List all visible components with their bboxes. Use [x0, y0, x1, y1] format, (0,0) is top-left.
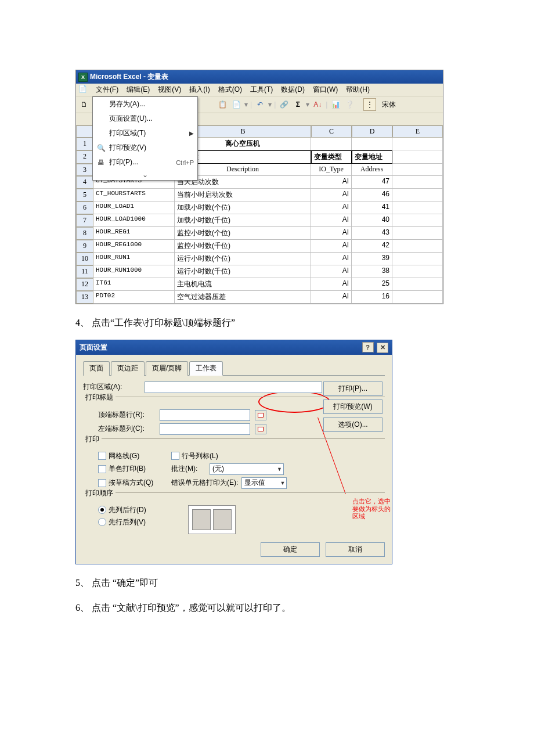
- cell-name[interactable]: HOUR_LOAD1000: [93, 214, 175, 227]
- row-header[interactable]: 2: [76, 150, 93, 164]
- cell-name[interactable]: HOUR_RUN1: [93, 253, 175, 265]
- cell-type[interactable]: AI: [311, 253, 352, 265]
- row-header[interactable]: 3: [76, 164, 93, 176]
- cell-name[interactable]: HOUR_REG1: [93, 227, 175, 240]
- cell-desc[interactable]: 主电机电流: [175, 278, 311, 291]
- subheader-addr[interactable]: Address: [352, 164, 392, 176]
- cell-addr[interactable]: 46: [352, 189, 392, 201]
- cell-empty[interactable]: [392, 201, 443, 214]
- cell-empty[interactable]: [392, 189, 443, 201]
- menu-data[interactable]: 数据(D): [281, 85, 305, 95]
- cell-type[interactable]: AI: [311, 201, 352, 214]
- cell-addr[interactable]: 40: [352, 214, 392, 227]
- copy-icon[interactable]: 📋: [217, 99, 228, 110]
- cell-addr[interactable]: 42: [352, 240, 392, 253]
- cell-desc[interactable]: 当前小时启动次数: [175, 189, 311, 201]
- rowcol-header-checkbox[interactable]: 行号列标(L): [171, 451, 241, 461]
- menu-view[interactable]: 视图(V): [158, 85, 181, 95]
- row-header[interactable]: 10: [76, 253, 93, 265]
- cell-desc[interactable]: 运行小时数(千位): [175, 265, 311, 278]
- menu-format[interactable]: 格式(O): [218, 85, 242, 95]
- tab-margins[interactable]: 页边距: [111, 361, 145, 376]
- cell-name[interactable]: PDT02: [93, 291, 175, 304]
- undo-icon[interactable]: ↶: [254, 99, 266, 110]
- col-header-d[interactable]: D: [352, 126, 392, 138]
- gridlines-checkbox[interactable]: 网格线(G): [98, 451, 168, 461]
- cell-addr[interactable]: 25: [352, 278, 392, 291]
- expand-menu-icon[interactable]: ⌄: [93, 170, 197, 180]
- cell-desc[interactable]: 监控小时数(个位): [175, 227, 311, 240]
- cell-name[interactable]: HOUR_LOAD1: [93, 201, 175, 214]
- draft-checkbox[interactable]: 按草稿方式(Q): [98, 478, 168, 488]
- tab-page[interactable]: 页面: [83, 361, 110, 376]
- cell-addr[interactable]: 16: [352, 291, 392, 304]
- cell-empty[interactable]: [392, 240, 443, 253]
- cell-desc[interactable]: 加载小时数(个位): [175, 201, 311, 214]
- help-button-icon[interactable]: ?: [362, 342, 374, 352]
- subheader-type[interactable]: IO_Type: [311, 164, 352, 176]
- cell-addr[interactable]: 43: [352, 227, 392, 240]
- cell-type[interactable]: AI: [311, 265, 352, 278]
- row-header[interactable]: 7: [76, 214, 93, 227]
- row-header[interactable]: 8: [76, 227, 93, 240]
- cell-name[interactable]: CT_HOURSTARTS: [93, 189, 175, 201]
- cell-empty[interactable]: [392, 214, 443, 227]
- autosum-icon[interactable]: Σ: [292, 99, 304, 110]
- row-header[interactable]: 11: [76, 265, 93, 278]
- print-area-input[interactable]: [145, 381, 322, 393]
- col-header-e[interactable]: E: [392, 126, 443, 138]
- options-button[interactable]: 选项(O)...: [323, 417, 383, 432]
- col-header-c[interactable]: C: [311, 126, 352, 138]
- cell-name[interactable]: HOUR_RUN1000: [93, 265, 175, 278]
- row-header[interactable]: 9: [76, 240, 93, 253]
- menu-edit[interactable]: 编辑(E): [127, 85, 150, 95]
- cell-type[interactable]: AI: [311, 278, 352, 291]
- tab-sheet[interactable]: 工作表: [189, 361, 223, 376]
- cell-type[interactable]: AI: [311, 214, 352, 227]
- toolbar-options-icon[interactable]: ⋮: [363, 98, 376, 111]
- menu-tools[interactable]: 工具(T): [250, 85, 273, 95]
- order-over-down-radio[interactable]: 先行后列(V): [98, 517, 146, 527]
- comments-select[interactable]: (无) ▼: [210, 463, 284, 475]
- cell-type[interactable]: AI: [311, 227, 352, 240]
- row-header[interactable]: 12: [76, 278, 93, 291]
- cell-desc[interactable]: 运行小时数(个位): [175, 253, 311, 265]
- tab-headerfooter[interactable]: 页眉/页脚: [146, 361, 188, 376]
- row-header[interactable]: 13: [76, 291, 93, 304]
- select-all-corner[interactable]: [76, 126, 93, 138]
- menu-help[interactable]: 帮助(H): [346, 85, 370, 95]
- cell-name[interactable]: IT61: [93, 278, 175, 291]
- cell-addr[interactable]: 41: [352, 201, 392, 214]
- font-name[interactable]: 宋体: [382, 100, 396, 110]
- menu-print[interactable]: 🖶 打印(P)... Ctrl+P: [93, 155, 197, 170]
- row-header[interactable]: 1: [76, 138, 93, 150]
- cell-desc[interactable]: 监控小时数(千位): [175, 240, 311, 253]
- menu-print-preview[interactable]: 🔍 打印预览(V): [93, 141, 197, 155]
- cell-addr[interactable]: 38: [352, 265, 392, 278]
- order-down-over-radio[interactable]: 先列后行(D): [98, 505, 146, 515]
- range-selector-icon[interactable]: [255, 410, 266, 420]
- cell-addr[interactable]: 39: [352, 253, 392, 265]
- paste-icon[interactable]: 📄: [230, 99, 242, 110]
- cell-empty[interactable]: [392, 291, 443, 304]
- cell-empty[interactable]: [392, 176, 443, 189]
- menu-page-setup[interactable]: 页面设置(U)...: [93, 111, 197, 126]
- cell-empty[interactable]: [392, 278, 443, 291]
- cell-desc[interactable]: 加载小时数(千位): [175, 214, 311, 227]
- menu-print-area[interactable]: 打印区域(T) ▶: [93, 126, 197, 141]
- errors-select[interactable]: 显示值 ▼: [241, 477, 287, 489]
- sort-asc-icon[interactable]: A↓: [312, 99, 323, 110]
- cancel-button[interactable]: 取消: [326, 542, 385, 557]
- row-header[interactable]: 5: [76, 189, 93, 201]
- cell-type[interactable]: AI: [311, 176, 352, 189]
- cell-type[interactable]: AI: [311, 189, 352, 201]
- left-col-input[interactable]: [160, 423, 250, 435]
- cell-empty[interactable]: [392, 265, 443, 278]
- cell-empty[interactable]: [392, 227, 443, 240]
- cell-type[interactable]: AI: [311, 240, 352, 253]
- range-selector-icon[interactable]: [255, 424, 266, 434]
- top-row-input[interactable]: [160, 409, 250, 421]
- new-icon[interactable]: 🗋: [78, 99, 90, 110]
- cell-desc[interactable]: 空气过滤器压差: [175, 291, 311, 304]
- menu-window[interactable]: 窗口(W): [313, 85, 338, 95]
